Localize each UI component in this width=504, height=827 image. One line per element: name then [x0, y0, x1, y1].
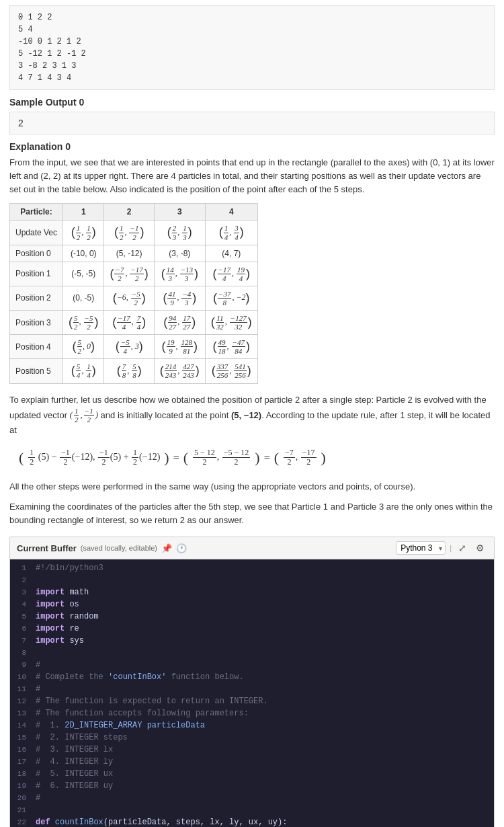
line-number: 1: [10, 563, 33, 572]
line-content: # 2. INTEGER steps: [33, 733, 494, 742]
explanation-text-3: All the other steps were performed in th…: [9, 480, 495, 494]
line-number: 10: [10, 672, 33, 681]
line-content: import os: [33, 600, 494, 609]
line-content: import random: [33, 612, 494, 621]
line-number: 7: [10, 636, 33, 645]
code-line-10: 10 # Complete the 'countInBox' function …: [10, 672, 494, 684]
language-select[interactable]: Python 3 Java C++: [396, 541, 446, 555]
pin-icon[interactable]: 📌: [161, 543, 172, 553]
code-line-4: 4 import os: [10, 600, 494, 612]
sample-output-box: 2: [9, 112, 495, 134]
table-row: Position 0 (-10, 0) (5, -12) (3, -8) (4,…: [10, 245, 258, 262]
line-content: #: [33, 684, 494, 694]
line-content: #!/bin/python3: [33, 563, 494, 573]
table-cell: (52, 0): [63, 335, 104, 359]
table-cell: (9427, 1727): [154, 310, 205, 334]
explanation-text-4: Examining the coordinates of the particl…: [9, 500, 495, 527]
table-cell: (337256, 541256): [205, 359, 257, 383]
line-number: 2: [10, 576, 33, 584]
line-content: # 1. 2D_INTEGER_ARRAY particleData: [33, 721, 494, 730]
code-header-right: Python 3 Java C++ | ⤢ ⚙: [396, 541, 487, 555]
code-header-subtitle: (saved locally, editable): [81, 544, 157, 552]
table-cell: (214243, 427243): [154, 359, 205, 383]
table-cell: (−72, −172): [104, 262, 154, 286]
table-cell: (14, 34): [205, 221, 257, 245]
line-content: #: [33, 793, 494, 803]
table-row-label: Update Vec: [10, 221, 63, 245]
table-row-label: Position 1: [10, 262, 63, 286]
line-number: 17: [10, 757, 33, 766]
line-content: # The function is expected to return an …: [33, 697, 494, 706]
table-cell: (54, 14): [63, 359, 104, 383]
code-header-left: Current Buffer (saved locally, editable)…: [17, 543, 187, 553]
code-line-7: 7 import sys: [10, 636, 494, 648]
line-content: import re: [33, 624, 494, 633]
table-cell: (52, −52): [63, 310, 104, 334]
line-number: 6: [10, 624, 33, 633]
code-line-1: 1 #!/bin/python3: [10, 563, 494, 576]
table-header-3: 3: [154, 204, 205, 221]
content-area: 0 1 2 2 5 4 -10 0 1 2 1 2 5 -12 1 2 -1 2…: [0, 0, 504, 827]
code-header-title: Current Buffer: [17, 543, 77, 553]
line-content: import sys: [33, 636, 494, 645]
table-cell: (4918, −4784): [205, 335, 257, 359]
line-content: # 4. INTEGER ly: [33, 757, 494, 766]
expand-button[interactable]: ⤢: [456, 541, 469, 555]
table-row-label: Position 4: [10, 335, 63, 359]
code-line-20: 20 #: [10, 793, 494, 805]
code-header-icons: 📌 🕐: [161, 543, 187, 553]
table-cell: (1132, −12732): [205, 310, 257, 334]
table-cell: (−174, 74): [104, 310, 154, 334]
code-editor: Current Buffer (saved locally, editable)…: [9, 537, 495, 827]
explanation-text-1: From the input, we see that we are inter…: [9, 156, 495, 196]
line-content: # 6. INTEGER uy: [33, 781, 494, 791]
table-cell: (143, −133): [154, 262, 205, 286]
line-content: #: [33, 660, 494, 670]
table-cell: (23, 13): [154, 221, 205, 245]
code-line-14: 14 # 1. 2D_INTEGER_ARRAY particleData: [10, 721, 494, 733]
table-cell: (-5, -5): [63, 262, 104, 286]
line-number: 21: [10, 805, 33, 814]
code-line-11: 11 #: [10, 684, 494, 697]
sample-output-label: Sample Output 0: [9, 97, 495, 108]
table-cell: (3, -8): [154, 245, 205, 262]
code-line-6: 6 import re: [10, 624, 494, 636]
code-line-18: 18 # 5. INTEGER ux: [10, 769, 494, 781]
code-line-21: 21: [10, 805, 494, 818]
code-line-15: 15 # 2. INTEGER steps: [10, 733, 494, 745]
table-cell: (−378, −2): [205, 286, 257, 310]
table-cell: (0, -5): [63, 286, 104, 310]
table-cell: (−54, 3): [104, 335, 154, 359]
line-number: 5: [10, 612, 33, 621]
line-number: 8: [10, 648, 33, 657]
settings-button[interactable]: ⚙: [473, 541, 487, 555]
code-line-9: 9 #: [10, 660, 494, 672]
line-number: 9: [10, 660, 33, 669]
table-row: Update Vec (12, 12) (12, −12) (23, 13) (…: [10, 221, 258, 245]
line-number: 4: [10, 600, 33, 608]
language-selector-wrap[interactable]: Python 3 Java C++: [396, 541, 446, 555]
code-line-22: 22 def countInBox(particleData, steps, l…: [10, 818, 494, 827]
table-header-0: Particle:: [10, 204, 63, 221]
line-number: 3: [10, 588, 33, 596]
table-row: Position 4 (52, 0) (−54, 3) (199, 12881)…: [10, 335, 258, 359]
table-row-label: Position 3: [10, 310, 63, 334]
table-cell: (78, 58): [104, 359, 154, 383]
table-cell: (4, 7): [205, 245, 257, 262]
line-number: 20: [10, 793, 33, 802]
table-cell: (5, -12): [104, 245, 154, 262]
clock-icon[interactable]: 🕐: [176, 543, 187, 553]
table-header-1: 1: [63, 204, 104, 221]
line-number: 22: [10, 818, 33, 826]
code-body[interactable]: 1 #!/bin/python3 2 3 import math 4 impor…: [10, 559, 494, 827]
code-line-17: 17 # 4. INTEGER ly: [10, 757, 494, 769]
table-row: Position 2 (0, -5) (−6, −52) (419, −43) …: [10, 286, 258, 310]
line-number: 14: [10, 721, 33, 730]
line-number: 11: [10, 684, 33, 693]
table-cell: (419, −43): [154, 286, 205, 310]
code-line-12: 12 # The function is expected to return …: [10, 697, 494, 709]
table-row: Position 5 (54, 14) (78, 58) (214243, 42…: [10, 359, 258, 383]
table-row: Position 3 (52, −52) (−174, 74) (9427, 1…: [10, 310, 258, 334]
code-line-8: 8: [10, 648, 494, 660]
table-cell: (-10, 0): [63, 245, 104, 262]
